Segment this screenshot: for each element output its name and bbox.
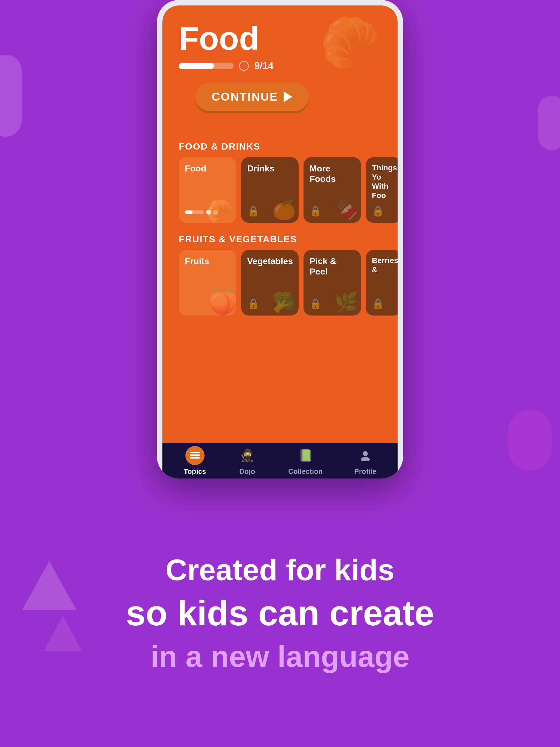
tagline-section: Created for kids so kids can create in a… <box>0 479 560 747</box>
eye-icon <box>239 61 249 71</box>
progress-bar-track <box>179 62 233 69</box>
tagline-line1: Created for kids <box>166 552 394 587</box>
lock-icon-berries: 🔒 <box>372 298 384 310</box>
card-fruits-image: 🍑 <box>207 288 235 310</box>
tagline-line2: so kids can create <box>126 593 434 634</box>
continue-button[interactable]: CONTINUE <box>195 83 309 111</box>
svg-rect-1 <box>190 455 200 456</box>
lock-icon-things: 🔒 <box>372 205 384 217</box>
card-vegetables-image: 🥦 <box>269 291 296 313</box>
card-food-image: 🥐 <box>206 198 233 220</box>
svg-rect-0 <box>190 452 200 453</box>
nav-icon-topics <box>185 446 205 465</box>
section-label-food-drinks: FOOD & DRINKS <box>162 141 398 152</box>
svg-point-3 <box>363 451 368 456</box>
nav-item-dojo[interactable]: 🥷 Dojo <box>238 446 257 476</box>
fruits-veg-cards-row: Fruits 🍑 Vegetables 🔒 🥦 Pick & Peel 🔒 🌿 <box>162 250 398 315</box>
card-food[interactable]: Food 🥐 <box>179 157 236 223</box>
bg-drop-right <box>508 410 552 470</box>
bg-shape-right <box>538 96 560 150</box>
card-pick-peel-label: Pick & Peel <box>309 256 336 277</box>
card-pick-peel[interactable]: Pick & Peel 🔒 🌿 <box>304 250 361 315</box>
food-drinks-cards-row: Food 🥐 Drinks 🔒 🍊 <box>162 157 398 223</box>
card-things-you-do[interactable]: Things YoWith Foo 🔒 <box>366 157 398 223</box>
nav-icon-collection: 📗 <box>296 446 315 465</box>
list-icon <box>189 450 200 460</box>
continue-arrow-icon <box>284 91 292 102</box>
card-berries-label: Berries & <box>372 256 398 274</box>
bottom-nav: Topics 🥷 Dojo 📗 Collection <box>162 443 398 479</box>
svg-rect-2 <box>190 457 200 459</box>
card-drinks-image: 🍊 <box>269 198 296 220</box>
nav-label-topics: Topics <box>184 467 206 476</box>
card-more-foods-image: 🍫 <box>331 198 358 220</box>
card-pick-peel-image: 🌿 <box>331 291 358 313</box>
device-frame: 🥐 Food 9/14 CONTINUE <box>157 0 403 479</box>
card-vegetables-label: Vegetables <box>247 256 293 266</box>
nav-label-profile: Profile <box>354 467 376 476</box>
nav-item-topics[interactable]: Topics <box>184 446 206 476</box>
nav-icon-profile <box>356 446 375 465</box>
card-drinks[interactable]: Drinks 🔒 🍊 <box>241 157 299 223</box>
lock-icon-vegetables: 🔒 <box>247 298 259 310</box>
mini-progress-track <box>185 210 204 214</box>
mini-progress-fill <box>185 210 193 214</box>
card-more-foods[interactable]: More Foods 🔒 🍫 <box>304 157 361 223</box>
card-vegetables[interactable]: Vegetables 🔒 🥦 <box>241 250 299 315</box>
header-decoration: 🥐 <box>320 14 381 72</box>
nav-label-dojo: Dojo <box>239 467 255 476</box>
section-label-fruits-veg: FRUITS & VEGETABLES <box>162 234 398 244</box>
card-things-label: Things YoWith Foo <box>372 163 397 200</box>
lock-icon-pick-peel: 🔒 <box>309 298 322 310</box>
person-icon <box>360 450 371 461</box>
card-fruits[interactable]: Fruits 🍑 <box>179 250 236 315</box>
lock-icon-more-foods: 🔒 <box>309 205 322 217</box>
nav-label-collection: Collection <box>288 467 323 476</box>
card-berries[interactable]: Berries & 🔒 <box>366 250 398 315</box>
card-more-foods-label: More Foods <box>309 163 336 184</box>
progress-label: 9/14 <box>254 60 274 72</box>
nav-item-collection[interactable]: 📗 Collection <box>288 446 323 476</box>
svg-point-4 <box>361 457 370 461</box>
continue-label: CONTINUE <box>212 90 278 103</box>
nav-item-profile[interactable]: Profile <box>354 446 376 476</box>
lock-icon-drinks: 🔒 <box>247 205 259 217</box>
card-fruits-label: Fruits <box>185 256 209 266</box>
nav-icon-dojo: 🥷 <box>238 446 257 465</box>
tagline-line3: in a new language <box>150 639 409 674</box>
card-drinks-label: Drinks <box>247 163 275 173</box>
card-food-label: Food <box>185 163 206 173</box>
progress-bar-fill <box>179 62 214 69</box>
app-screen: 🥐 Food 9/14 CONTINUE <box>162 5 398 479</box>
bg-decoration-left <box>0 55 22 137</box>
